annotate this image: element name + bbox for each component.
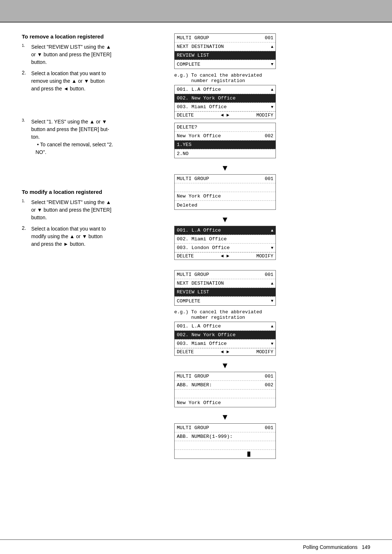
lcd-row: 002. Miami Office bbox=[175, 235, 275, 244]
lcd-bottom-bar: DELETE ◄ ► MODIFY bbox=[175, 111, 275, 119]
lcd-row: NEXT DESTINATION ▲ bbox=[175, 42, 275, 51]
lcd-row: MULTI GROUP 001 bbox=[175, 424, 275, 432]
step-num: 2. bbox=[22, 225, 29, 248]
lcd-row: 1.YES bbox=[175, 140, 275, 149]
page-number: 149 bbox=[362, 544, 370, 550]
lcd-row: 001. L.A Office ▲ bbox=[175, 226, 275, 235]
screen-s2: 001. L.A Office ▲ 002. New York Office 0… bbox=[174, 85, 276, 119]
eg-note-2: e.g.) To cancel the abbreviated number r… bbox=[174, 309, 276, 320]
down-arrow-3: ▼ bbox=[174, 361, 276, 370]
lcd-row: COMPLETE ▼ bbox=[175, 60, 275, 69]
lcd-row bbox=[175, 441, 275, 450]
screen-m1: MULTI GROUP 001 NEXT DESTINATION ▲ REVIE… bbox=[174, 270, 276, 306]
step-1-2: 2. Select a location that you want to re… bbox=[22, 70, 160, 93]
bullet-item: • To cancel the removal, select "2. NO". bbox=[31, 142, 113, 155]
screen-m2: 001. L.A Office ▲ 002. New York Office 0… bbox=[174, 322, 276, 356]
step-num: 1. bbox=[22, 199, 29, 221]
step-1-3: 3. Select "1. YES" using the ▲ or ▼ butt… bbox=[22, 118, 160, 156]
down-arrow-4: ▼ bbox=[174, 412, 276, 422]
lcd-row: COMPLETE ▼ bbox=[175, 297, 275, 305]
screen-m3: MULTI GROUP 001 ABB. NUMBER: 002 New Yor… bbox=[174, 372, 276, 407]
screen-s5: 001. L.A Office ▲ 002. Miami Office 003.… bbox=[174, 226, 276, 260]
step-num: 3. bbox=[22, 118, 29, 156]
top-bar bbox=[0, 0, 392, 22]
lcd-row: ABB. NUMBER: 002 bbox=[175, 381, 275, 390]
screen-s3: DELETE? New York Office 002 1.YES 2.NO bbox=[174, 123, 276, 158]
step-body: Select "REVIEW LIST" using the ▲ or ▼ bu… bbox=[31, 199, 111, 221]
lcd-row: MULTI GROUP 001 bbox=[175, 372, 275, 381]
screen-s4: MULTI GROUP 001 New York Office Deleted bbox=[174, 174, 276, 210]
footer-label: Polling Communications bbox=[303, 544, 358, 550]
lcd-row: MULTI GROUP 001 bbox=[175, 175, 275, 183]
lcd-row: New York Office bbox=[175, 398, 275, 407]
step-num: 1. bbox=[22, 43, 29, 66]
lcd-bottom-bar: DELETE ◄ ► MODIFY bbox=[175, 252, 275, 260]
step-2-1: 1. Select "REVIEW LIST" using the ▲ or ▼… bbox=[22, 199, 160, 221]
step-body: Select a location that you want to modif… bbox=[31, 225, 106, 248]
lcd-row: 2.NO bbox=[175, 149, 275, 158]
lcd-row: █ bbox=[175, 450, 275, 459]
lcd-row bbox=[175, 183, 275, 192]
lcd-row: DELETE? bbox=[175, 123, 275, 132]
bottom-bar: Polling Communications 149 bbox=[0, 539, 392, 554]
lcd-row: 003. Miami Office ▼ bbox=[175, 339, 275, 348]
main-layout: To remove a location registered 1. Selec… bbox=[22, 33, 370, 463]
lcd-row: NEXT DESTINATION ▲ bbox=[175, 279, 275, 288]
lcd-row: New York Office bbox=[175, 192, 275, 201]
lcd-row: REVIEW LIST bbox=[175, 51, 275, 60]
lcd-row: MULTI GROUP 001 bbox=[175, 34, 275, 42]
lcd-row: 003. Miami Office ▼ bbox=[175, 103, 275, 111]
section2-title: To modify a location registered bbox=[22, 189, 160, 195]
step-2-2: 2. Select a location that you want to mo… bbox=[22, 225, 160, 248]
step-1-1: 1. Select "REVIEW LIST" using the ▲ or ▼… bbox=[22, 43, 160, 66]
down-arrow-1: ▼ bbox=[174, 163, 276, 173]
lcd-row: Deleted bbox=[175, 201, 275, 209]
screen-m4: MULTI GROUP 001 ABB. NUMBER(1-999): █ bbox=[174, 423, 276, 459]
right-column: MULTI GROUP 001 NEXT DESTINATION ▲ REVIE… bbox=[174, 33, 370, 463]
lcd-row: 002. New York Office bbox=[175, 94, 275, 103]
lcd-row: REVIEW LIST bbox=[175, 288, 275, 297]
step-body: Select "1. YES" using the ▲ or ▼ button … bbox=[31, 118, 113, 156]
screen-s1: MULTI GROUP 001 NEXT DESTINATION ▲ REVIE… bbox=[174, 33, 276, 69]
lcd-row: ABB. NUMBER(1-999): bbox=[175, 432, 275, 441]
step-body: Select a location that you want to remov… bbox=[31, 70, 106, 93]
step-body: Select "REVIEW LIST" using the ▲ or ▼ bu… bbox=[31, 43, 111, 66]
lcd-bottom-bar: DELETE ◄ ► MODIFY bbox=[175, 348, 275, 355]
lcd-row: 002. New York Office bbox=[175, 331, 275, 339]
page-content: To remove a location registered 1. Selec… bbox=[0, 22, 392, 539]
lcd-row: 001. L.A Office ▲ bbox=[175, 85, 275, 94]
eg-note-1: e.g.) To cancel the abbreviated number r… bbox=[174, 73, 276, 83]
lcd-row: 001. L.A Office ▲ bbox=[175, 322, 275, 331]
section1-title: To remove a location registered bbox=[22, 33, 160, 40]
lcd-row: 003. London Office ▼ bbox=[175, 244, 275, 252]
left-column: To remove a location registered 1. Selec… bbox=[22, 33, 160, 463]
lcd-row bbox=[175, 390, 275, 398]
down-arrow-2: ▼ bbox=[174, 215, 276, 224]
lcd-row: New York Office 002 bbox=[175, 132, 275, 140]
step-num: 2. bbox=[22, 70, 29, 93]
lcd-row: MULTI GROUP 001 bbox=[175, 270, 275, 279]
